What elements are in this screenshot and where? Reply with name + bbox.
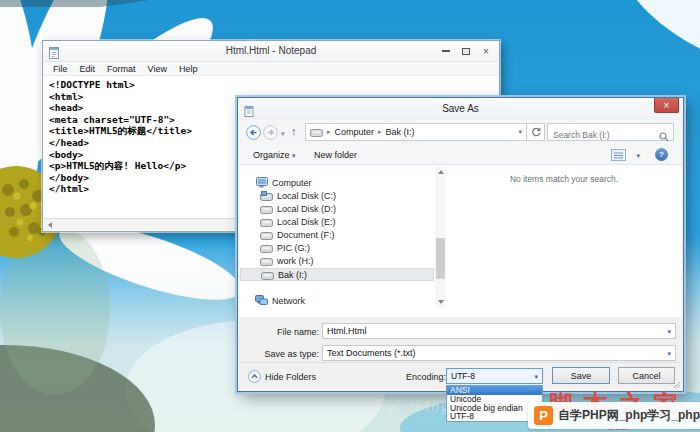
computer-icon	[254, 177, 269, 188]
scroll-left-arrow-icon[interactable]	[44, 219, 56, 230]
search-box[interactable]	[547, 123, 674, 141]
chevron-down-icon[interactable]: ▾	[667, 328, 671, 336]
save-type-combobox[interactable]: Text Documents (*.txt) ▾	[322, 345, 676, 361]
minimize-button[interactable]	[436, 44, 456, 58]
drive-icon	[259, 230, 274, 240]
site-logo-icon: P	[534, 406, 553, 425]
breadcrumb-computer[interactable]: Computer	[335, 127, 375, 137]
menu-format[interactable]: Format	[101, 64, 142, 74]
up-button[interactable]: ↑	[291, 125, 297, 137]
views-icon	[611, 149, 626, 161]
search-input[interactable]	[548, 127, 673, 143]
tree-item-network[interactable]: Network	[240, 294, 434, 307]
file-list-area[interactable]: No items match your search.	[446, 165, 682, 317]
tree-item-drive-e[interactable]: Local Disk (E:)	[240, 215, 434, 228]
notepad-titlebar[interactable]: Html.Html - Notepad ×	[43, 41, 499, 62]
menu-file[interactable]: File	[47, 64, 74, 74]
cancel-button[interactable]: Cancel	[618, 367, 675, 384]
notepad-title: Html.Html - Notepad	[43, 45, 499, 56]
save-as-dialog: Save As × ▾ ↑ ▸ Computer ▸ Bak (I:) ▾	[237, 97, 684, 392]
drive-icon	[259, 217, 274, 227]
dialog-titlebar[interactable]: Save As ×	[238, 98, 683, 120]
code-line: <!DOCTYPE html>	[49, 79, 498, 91]
history-dropdown-icon[interactable]: ▾	[281, 130, 285, 138]
dialog-close-button[interactable]: ×	[654, 98, 679, 113]
encoding-label: Encoding:	[406, 372, 446, 382]
tree-scrollbar[interactable]	[435, 166, 446, 307]
refresh-button[interactable]	[527, 123, 545, 141]
navigation-bar: ▾ ↑ ▸ Computer ▸ Bak (I:) ▾	[239, 120, 682, 145]
tree-item-drive-f[interactable]: Document (F:)	[240, 228, 434, 241]
empty-search-message: No items match your search.	[446, 174, 682, 184]
views-dropdown-icon[interactable]: ▾	[636, 152, 640, 160]
network-icon	[254, 295, 269, 306]
site-badge: P 自学PHP网_php学习_php教	[528, 402, 700, 429]
encoding-value: UTF-8	[451, 371, 475, 381]
breadcrumb-separator-icon: ▸	[374, 128, 386, 136]
desktop: Html.Html - Notepad × File Edit Format V…	[0, 0, 700, 432]
new-folder-button[interactable]: New folder	[314, 150, 357, 160]
forward-button[interactable]	[263, 125, 278, 140]
tree-item-drive-c[interactable]: Local Disk (C:)	[240, 189, 434, 202]
change-view-button[interactable]	[611, 149, 626, 161]
save-button[interactable]: Save	[552, 367, 610, 384]
breadcrumb-separator-icon: ▸	[323, 128, 335, 136]
file-name-label: File name:	[239, 327, 319, 337]
file-name-value: Html.Html	[327, 326, 367, 336]
drive-icon	[310, 123, 323, 141]
file-name-combobox[interactable]: Html.Html ▾	[322, 323, 676, 339]
save-type-value: Text Documents (*.txt)	[327, 348, 416, 358]
save-type-label: Save as type:	[239, 349, 319, 359]
scroll-down-arrow-icon[interactable]	[435, 296, 446, 307]
tree-item-computer[interactable]: Computer	[240, 176, 434, 189]
address-bar[interactable]: ▸ Computer ▸ Bak (I:) ▾	[305, 123, 527, 141]
search-icon	[659, 128, 669, 146]
chevron-up-circle-icon	[248, 370, 261, 383]
filename-section: File name: Html.Html ▾ Save as type: Tex…	[239, 317, 682, 364]
hide-folders-button[interactable]: Hide Folders	[248, 370, 316, 383]
command-toolbar: Organize ▾ New folder ▾ ?	[239, 145, 682, 165]
navigation-tree: Computer Local Disk (C:) Local Disk (D:)…	[239, 165, 435, 317]
address-dropdown-icon[interactable]: ▾	[518, 128, 522, 136]
maximize-button[interactable]	[456, 44, 476, 58]
dialog-title: Save As	[238, 103, 683, 114]
tree-item-drive-i-selected[interactable]: Bak (I:)	[240, 268, 434, 281]
menu-view[interactable]: View	[142, 64, 173, 74]
scroll-up-arrow-icon[interactable]	[435, 166, 446, 177]
help-button[interactable]: ?	[655, 148, 668, 161]
chevron-down-icon: ▾	[292, 152, 296, 159]
drive-icon	[259, 191, 274, 201]
drive-icon	[260, 270, 275, 280]
tree-item-drive-g[interactable]: PIC (G:)	[240, 241, 434, 254]
tree-item-drive-d[interactable]: Local Disk (D:)	[240, 202, 434, 215]
dialog-body: Computer Local Disk (C:) Local Disk (D:)…	[239, 165, 682, 317]
drive-icon	[259, 243, 274, 253]
chevron-down-icon[interactable]: ▾	[534, 373, 538, 381]
encoding-combobox[interactable]: UTF-8 ▾	[446, 368, 543, 384]
chevron-down-icon[interactable]: ▾	[667, 350, 671, 358]
drive-icon	[259, 204, 274, 214]
tree-item-drive-h[interactable]: work (H:)	[240, 254, 434, 267]
back-button[interactable]	[246, 125, 261, 140]
scrollbar-thumb[interactable]	[436, 238, 445, 279]
menu-help[interactable]: Help	[173, 64, 204, 74]
breadcrumb-current-folder[interactable]: Bak (I:)	[386, 127, 415, 137]
menu-edit[interactable]: Edit	[74, 64, 102, 74]
notepad-menubar: File Edit Format View Help	[43, 62, 499, 76]
close-button[interactable]: ×	[476, 44, 496, 58]
site-badge-text: 自学PHP网_php学习_php教	[558, 407, 700, 424]
drive-icon	[259, 256, 274, 266]
organize-button[interactable]: Organize ▾	[253, 150, 296, 160]
